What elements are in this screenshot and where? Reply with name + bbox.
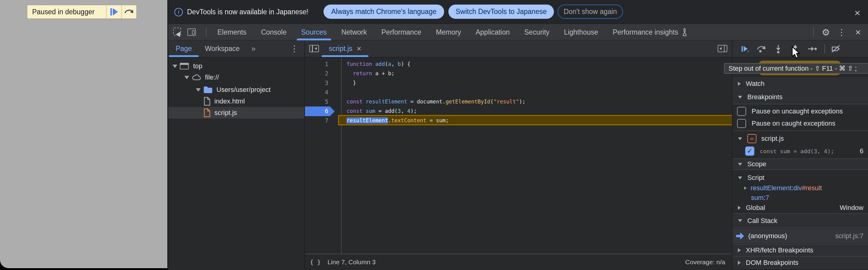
- pretty-print-icon[interactable]: { }: [310, 259, 321, 266]
- toolbar-divider: [824, 44, 825, 53]
- folder-icon: [203, 86, 213, 94]
- navigator-panel: top file:// Users/user/project index.htm…: [168, 58, 304, 270]
- deactivate-breakpoints-icon[interactable]: [831, 44, 841, 54]
- tab-performance[interactable]: Performance: [374, 24, 429, 40]
- expand-arrow-icon[interactable]: [738, 176, 742, 179]
- more-tabs-icon[interactable]: »: [247, 40, 259, 57]
- scope-var-sum[interactable]: sum: 7: [733, 193, 868, 203]
- tab-application[interactable]: Application: [468, 24, 517, 40]
- breakpoint-entry-row[interactable]: ✓ const sum = add(3, 4); 6: [733, 145, 868, 157]
- tab-sources[interactable]: Sources: [294, 24, 334, 40]
- collapse-arrow-icon[interactable]: [744, 186, 747, 189]
- toolbar-divider: [813, 27, 814, 37]
- tree-item-script-js[interactable]: script.js: [168, 107, 304, 119]
- switch-to-japanese-button[interactable]: Switch DevTools to Japanese: [448, 5, 554, 19]
- selected-token: resultElement: [346, 117, 388, 123]
- scope-script-row[interactable]: Script: [733, 172, 868, 183]
- resume-script-button[interactable]: [107, 5, 121, 19]
- expand-arrow-icon[interactable]: [196, 88, 201, 92]
- pause-caught-row[interactable]: Pause on caught exceptions: [733, 118, 868, 129]
- step-icon[interactable]: [807, 44, 817, 54]
- section-scope[interactable]: Scope: [733, 159, 868, 169]
- section-watch[interactable]: Watch: [733, 77, 868, 90]
- tree-item-top[interactable]: top: [168, 60, 304, 72]
- devtools-close-icon[interactable]: ×: [852, 26, 864, 38]
- dimmed-page-area: Paused in debugger: [0, 0, 167, 268]
- always-match-language-button[interactable]: Always match Chrome's language: [323, 5, 444, 19]
- section-xhr-breakpoints[interactable]: XHR/fetch Breakpoints: [733, 244, 868, 256]
- code-line-5: const resultElement = document.getElemen…: [342, 97, 732, 107]
- tree-item-file-origin[interactable]: file://: [168, 71, 304, 83]
- toggle-debugger-sidebar-button[interactable]: [718, 45, 727, 52]
- tab-lighthouse[interactable]: Lighthouse: [557, 24, 606, 40]
- toggle-navigator-button[interactable]: [309, 45, 319, 52]
- line-number[interactable]: 2: [305, 69, 341, 78]
- breakpoint-checkbox[interactable]: ✓: [745, 147, 754, 156]
- expand-arrow-icon[interactable]: [173, 65, 177, 68]
- editor-status-bar: { } Line 7, Column 3 Coverage: n/a: [305, 253, 732, 270]
- info-icon: i: [174, 8, 183, 17]
- tree-item-index-html[interactable]: index.html: [168, 96, 304, 107]
- close-tab-icon[interactable]: ×: [356, 44, 361, 53]
- tab-memory[interactable]: Memory: [429, 24, 468, 40]
- code-editor[interactable]: 1 2 3 4 5 6 7 function add(a, b) { retur…: [305, 58, 732, 270]
- collapse-arrow-icon[interactable]: [738, 82, 741, 86]
- device-toolbar-button[interactable]: [187, 28, 196, 37]
- code-line-7-paused: resultElement.textContent = sum;: [342, 116, 732, 125]
- tab-console[interactable]: Console: [254, 24, 294, 40]
- expand-arrow-icon[interactable]: [184, 76, 189, 79]
- section-call-stack[interactable]: Call Stack: [733, 214, 868, 228]
- code-line-2: return a + b;: [342, 69, 732, 78]
- collapse-arrow-icon[interactable]: [738, 206, 741, 210]
- step-over-button-badge[interactable]: [122, 5, 136, 19]
- settings-gear-icon[interactable]: ⚙: [820, 26, 832, 38]
- collapse-arrow-icon[interactable]: [738, 261, 741, 265]
- editor-tab-scriptjs[interactable]: script.js×: [322, 40, 368, 57]
- expand-arrow-icon[interactable]: [738, 219, 742, 222]
- line-number[interactable]: 7: [305, 116, 341, 125]
- dont-show-again-button[interactable]: Don't show again: [558, 5, 623, 19]
- line-number[interactable]: 1: [305, 59, 341, 69]
- navigator-kebab-icon[interactable]: ⋮: [288, 40, 301, 57]
- toggle-right-panel-icon: [718, 45, 727, 52]
- tab-elements[interactable]: Elements: [210, 24, 254, 40]
- tab-network[interactable]: Network: [334, 24, 374, 40]
- script-file-icon: ‹›: [747, 134, 756, 143]
- call-stack-frame-row[interactable]: (anonymous) script.js:7: [733, 229, 868, 243]
- section-dom-breakpoints[interactable]: DOM Breakpoints: [733, 257, 868, 269]
- section-divider: [733, 104, 868, 104]
- step-over-icon[interactable]: [756, 44, 766, 54]
- panel-tabs: Elements Console Sources Network Perform…: [210, 24, 695, 40]
- resume-script-execution-icon[interactable]: [740, 44, 749, 54]
- js-file-icon: [204, 108, 211, 117]
- collapse-arrow-icon[interactable]: [738, 248, 741, 252]
- line-number[interactable]: 4: [305, 88, 341, 97]
- resume-icon: [111, 8, 118, 16]
- expand-arrow-icon[interactable]: [738, 137, 742, 140]
- frame-location-label: script.js:7: [835, 232, 864, 240]
- line-number[interactable]: 3: [305, 78, 341, 88]
- kebab-menu-icon[interactable]: ⋮: [836, 26, 847, 38]
- section-breakpoints[interactable]: Breakpoints: [733, 90, 868, 104]
- tab-security[interactable]: Security: [517, 24, 557, 40]
- pause-uncaught-row[interactable]: Pause on uncaught exceptions: [733, 106, 868, 117]
- tab-performance-insights[interactable]: Performance insights: [606, 24, 695, 40]
- pause-caught-checkbox[interactable]: [737, 119, 746, 128]
- line-number[interactable]: 5: [305, 97, 341, 107]
- pause-uncaught-checkbox[interactable]: [737, 107, 746, 116]
- breakpoint-group-row[interactable]: ‹› script.js: [733, 132, 868, 145]
- infobar-message: DevTools is now available in Japanese!: [187, 0, 308, 24]
- scope-var-resultelement[interactable]: resultElement: div#result: [733, 183, 868, 193]
- expand-arrow-icon[interactable]: [738, 162, 742, 165]
- inspect-element-button[interactable]: [173, 28, 182, 37]
- debugger-sidebar: Watch Breakpoints Pause on uncaught exce…: [733, 58, 868, 270]
- navigator-tab-workspace[interactable]: Workspace: [201, 40, 244, 57]
- devtools-tabbar: Elements Console Sources Network Perform…: [168, 24, 868, 40]
- tree-item-project-folder[interactable]: Users/user/project: [168, 84, 304, 96]
- scope-global-row[interactable]: Global Window: [733, 203, 868, 213]
- line-number-breakpoint[interactable]: 6: [305, 107, 341, 116]
- infobar-close-icon[interactable]: ×: [852, 7, 863, 18]
- expand-arrow-icon[interactable]: [738, 96, 742, 98]
- navigator-tab-page[interactable]: Page: [169, 40, 198, 57]
- step-into-icon[interactable]: [773, 44, 783, 54]
